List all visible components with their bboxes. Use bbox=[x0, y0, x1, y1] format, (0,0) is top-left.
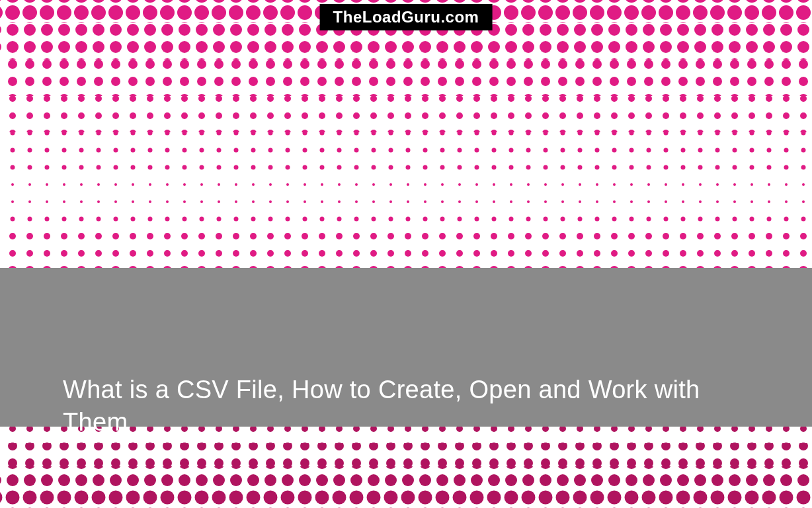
site-logo-text: TheLoadGuru.com bbox=[333, 8, 479, 26]
halftone-upper-svg bbox=[0, 0, 812, 268]
svg-rect-9 bbox=[0, 96, 812, 132]
svg-rect-20 bbox=[0, 443, 812, 466]
svg-rect-13 bbox=[0, 232, 812, 258]
hero-image-container: TheLoadGuru.com What is a CSV File, How … bbox=[0, 0, 812, 508]
svg-rect-21 bbox=[0, 466, 812, 489]
svg-rect-11 bbox=[0, 172, 812, 205]
svg-rect-10 bbox=[0, 132, 812, 172]
svg-rect-14 bbox=[0, 258, 812, 268]
dots-pattern-upper bbox=[0, 0, 812, 268]
article-title-container: What is a CSV File, How to Create, Open … bbox=[63, 374, 749, 439]
svg-rect-8 bbox=[0, 60, 812, 96]
article-title: What is a CSV File, How to Create, Open … bbox=[63, 374, 749, 439]
svg-rect-12 bbox=[0, 205, 812, 232]
svg-rect-22 bbox=[0, 489, 812, 508]
site-logo-bar: TheLoadGuru.com bbox=[320, 4, 493, 30]
